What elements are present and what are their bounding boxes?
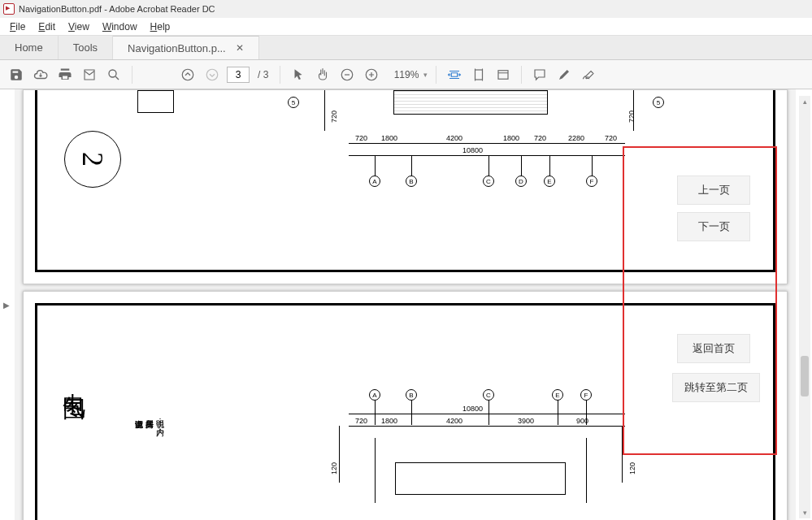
- dim-label: 3900: [518, 417, 534, 425]
- svg-rect-5: [475, 70, 483, 80]
- tab-document-label: NavigationButton.p...: [128, 42, 226, 54]
- plan-shape: [393, 90, 548, 115]
- dim-label: 2280: [568, 134, 584, 142]
- tab-bar: Home Tools NavigationButton.p... ✕: [0, 36, 812, 60]
- zoom-level: 119%: [386, 69, 419, 80]
- svg-rect-6: [498, 70, 508, 79]
- axis-marker: F: [586, 176, 597, 187]
- zoom-in-icon[interactable]: [362, 65, 381, 84]
- dim-label: 1800: [381, 134, 397, 142]
- title-text: NavigationButton.pdf - Adobe Acrobat Rea…: [19, 4, 215, 14]
- tab-document[interactable]: NavigationButton.p... ✕: [113, 36, 259, 59]
- menu-edit[interactable]: Edit: [32, 20, 62, 34]
- vertical-scrollbar[interactable]: ▴ ▾: [799, 96, 810, 518]
- note-text: 说明：户内: [154, 414, 165, 422]
- menu-view[interactable]: View: [62, 20, 96, 34]
- dim-label: 720: [534, 134, 546, 142]
- email-icon[interactable]: [80, 65, 99, 84]
- scroll-down-icon[interactable]: ▾: [799, 507, 810, 518]
- menu-bar: File Edit View Window Help: [0, 18, 812, 36]
- dim-label: 720: [330, 110, 338, 123]
- read-mode-icon[interactable]: [493, 65, 513, 84]
- title-bar: NavigationButton.pdf - Adobe Acrobat Rea…: [0, 0, 812, 18]
- hand-icon[interactable]: [313, 65, 332, 84]
- axis-marker: 5: [288, 97, 299, 108]
- search-icon[interactable]: [104, 65, 124, 84]
- small-box: [137, 90, 174, 113]
- axis-marker: C: [483, 176, 494, 187]
- page-up-icon[interactable]: [178, 65, 198, 84]
- dim-label: 720: [355, 417, 367, 425]
- axis-marker: E: [544, 176, 555, 187]
- page-badge: 2: [64, 131, 121, 188]
- axis-marker: B: [406, 389, 417, 401]
- pointer-icon[interactable]: [289, 65, 308, 84]
- dim-label: 720: [605, 134, 617, 142]
- zoom-out-icon[interactable]: [337, 65, 357, 84]
- save-icon[interactable]: [7, 65, 26, 84]
- dim-label: 900: [576, 417, 588, 425]
- app-icon: [3, 3, 15, 15]
- dim-label: 4200: [446, 134, 462, 142]
- close-icon[interactable]: ✕: [236, 42, 244, 54]
- dim-label: 720: [627, 110, 636, 123]
- scroll-thumb[interactable]: [801, 356, 809, 396]
- dim-label: 4200: [446, 417, 462, 425]
- toolbar: / 3 119% ▾: [0, 60, 812, 89]
- svg-point-1: [182, 69, 193, 80]
- axis-marker: 5: [653, 97, 664, 108]
- annotation-rectangle: [623, 146, 777, 455]
- svg-point-0: [109, 70, 116, 77]
- dim-label: 10800: [462, 146, 483, 154]
- menu-window[interactable]: Window: [96, 20, 144, 34]
- dim-label: 1800: [503, 134, 519, 142]
- menu-help[interactable]: Help: [144, 20, 177, 34]
- fit-width-icon[interactable]: [445, 65, 464, 84]
- comment-icon[interactable]: [530, 65, 549, 84]
- axis-marker: E: [552, 389, 563, 401]
- zoom-dropdown-icon[interactable]: ▾: [423, 71, 428, 79]
- axis-marker: D: [515, 176, 527, 187]
- axis-marker: F: [580, 389, 592, 401]
- svg-point-2: [206, 69, 218, 80]
- page-total: / 3: [258, 69, 268, 80]
- dim-label: 120: [330, 462, 338, 474]
- page-number-input[interactable]: [227, 67, 250, 83]
- axis-marker: A: [369, 389, 380, 401]
- dim-label: 10800: [462, 405, 483, 413]
- fit-page-icon[interactable]: [469, 65, 489, 84]
- drawing-title: 电气图: [58, 375, 89, 384]
- tab-home[interactable]: Home: [0, 36, 59, 59]
- menu-file[interactable]: File: [3, 20, 32, 34]
- dim-label: 1800: [381, 417, 397, 425]
- scroll-up-icon[interactable]: ▴: [799, 96, 810, 107]
- highlight-icon[interactable]: [554, 65, 574, 84]
- dim-label: 720: [355, 134, 367, 142]
- document-viewport[interactable]: 2 5 5 720 1800 4200 1800 720 2280 720 10…: [15, 89, 796, 520]
- plan-body: [375, 438, 586, 503]
- axis-marker: C: [483, 389, 494, 401]
- axis-marker: A: [369, 176, 380, 187]
- sign-icon[interactable]: [579, 65, 598, 84]
- panel-toggle-icon[interactable]: ▶: [3, 301, 10, 310]
- cloud-icon[interactable]: [31, 65, 50, 84]
- print-icon[interactable]: [55, 65, 75, 84]
- page-down-icon[interactable]: [202, 65, 222, 84]
- dim-label: 120: [628, 462, 636, 474]
- tab-tools[interactable]: Tools: [59, 36, 113, 59]
- axis-marker: B: [406, 176, 417, 187]
